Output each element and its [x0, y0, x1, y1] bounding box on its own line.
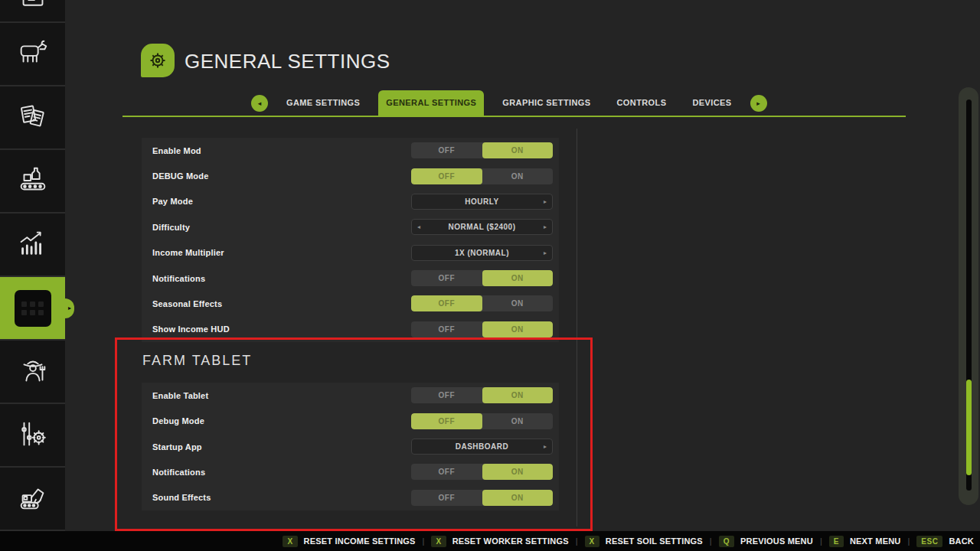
hotkey-reset-soil-settings[interactable]: XRESET SOIL SETTINGS	[585, 536, 703, 547]
toggle-off-option[interactable]: OFF	[411, 464, 482, 480]
tab-general-settings[interactable]: GENERAL SETTINGS	[378, 90, 484, 116]
show-income-hud-toggle[interactable]: OFFON	[411, 321, 553, 337]
toggle-off-option[interactable]: OFF	[411, 321, 482, 337]
setting-label: Enable Mod	[152, 146, 201, 155]
tab-bar: ◂GAME SETTINGSGENERAL SETTINGSGRAPHIC SE…	[251, 90, 767, 116]
sidebar-item-screen[interactable]	[0, 0, 65, 23]
setting-row: Enable ModOFFON	[142, 138, 559, 163]
sidebar-item-cow[interactable]	[0, 23, 65, 86]
setting-label: Show Income HUD	[152, 324, 230, 334]
setting-row: NotificationsOFFON	[142, 266, 559, 291]
sidebar: ▸	[0, 0, 65, 531]
setting-label: Income Multiplier	[152, 248, 224, 257]
setting-row: Startup AppDASHBOARD▸	[142, 434, 559, 459]
setting-label: Startup App	[152, 442, 202, 452]
chevron-right-icon[interactable]: ▸	[544, 220, 547, 234]
setting-label: Difficulty	[152, 223, 190, 232]
setting-row: Sound EffectsOFFON	[142, 485, 559, 510]
sidebar-item-farmer[interactable]	[0, 341, 65, 404]
setting-row: Pay ModeHOURLY▸	[142, 189, 559, 214]
divider: |	[820, 536, 822, 546]
sidebar-item-statistics[interactable]	[0, 214, 65, 277]
toggle-off-option[interactable]: OFF	[411, 413, 482, 429]
tabs-prev-button[interactable]: ◂	[251, 95, 268, 112]
enable-mod-toggle[interactable]: OFFON	[411, 142, 553, 158]
chevron-left-icon[interactable]: ◂	[417, 220, 420, 234]
tab-controls[interactable]: CONTROLS	[609, 90, 675, 116]
footer-hotkey-bar: XRESET INCOME SETTINGS|XRESET WORKER SET…	[0, 531, 980, 551]
toggle-on-option[interactable]: ON	[482, 490, 554, 506]
content-scrollbar-track[interactable]	[577, 129, 577, 527]
hotkey-label: RESET SOIL SETTINGS	[606, 536, 703, 546]
keycap-x: X	[431, 536, 446, 547]
tablet-app-icon	[15, 290, 51, 327]
setting-label: Sound Effects	[152, 493, 211, 502]
toggle-off-option[interactable]: OFF	[411, 387, 482, 403]
statistics-icon	[15, 226, 51, 264]
setting-label: Seasonal Effects	[152, 299, 222, 308]
sound-effects-toggle[interactable]: OFFON	[411, 490, 553, 506]
toggle-on-option[interactable]: ON	[482, 270, 554, 286]
income-multiplier-select[interactable]: 1X (NORMAL)▸	[411, 245, 553, 261]
sidebar-item-documents[interactable]	[0, 86, 65, 150]
setting-label: Notifications	[152, 468, 205, 477]
tab-game-settings[interactable]: GAME SETTINGS	[279, 90, 368, 116]
scrollbar-thumb[interactable]	[966, 380, 972, 475]
toggle-off-option[interactable]: OFF	[411, 168, 482, 184]
farmer-icon	[15, 353, 51, 391]
chevron-right-icon[interactable]: ▸	[544, 194, 547, 209]
toggle-on-option[interactable]: ON	[482, 168, 554, 184]
farm-tablet-panel: Enable TabletOFFONDebug ModeOFFONStartup…	[142, 383, 559, 510]
toggle-on-option[interactable]: ON	[482, 413, 554, 429]
hotkey-next-menu[interactable]: ENEXT MENU	[829, 536, 901, 547]
sidebar-item-production[interactable]	[0, 150, 65, 214]
startup-app-select[interactable]: DASHBOARD▸	[411, 439, 553, 455]
toggle-off-option[interactable]: OFF	[411, 270, 482, 286]
general-settings-screen: ▸ GENERAL SETTINGS ◂GAME SETTINGSGENERAL…	[0, 0, 980, 551]
difficulty-select[interactable]: ◂NORMAL ($2400)▸	[411, 219, 553, 235]
pay-mode-select[interactable]: HOURLY▸	[411, 194, 553, 210]
hotkey-back[interactable]: ESCBACK	[916, 536, 974, 547]
seasonal-effects-toggle[interactable]: OFFON	[411, 295, 553, 311]
cow-icon	[15, 35, 51, 73]
sidebar-item-excavator[interactable]	[0, 468, 65, 531]
toggle-on-option[interactable]: ON	[482, 142, 554, 158]
toggle-off-option[interactable]: OFF	[411, 142, 482, 158]
toggle-on-option[interactable]: ON	[482, 387, 554, 403]
setting-row: Difficulty◂NORMAL ($2400)▸	[142, 214, 559, 240]
setting-row: DEBUG ModeOFFON	[142, 163, 559, 188]
setting-label: Pay Mode	[152, 197, 193, 206]
debug-mode-toggle[interactable]: OFFON	[411, 413, 553, 429]
tabs-next-button[interactable]: ▸	[750, 95, 767, 112]
toggle-on-option[interactable]: ON	[482, 464, 554, 480]
toggle-on-option[interactable]: ON	[482, 321, 554, 337]
page-icon-badge	[141, 44, 175, 77]
hotkey-reset-worker-settings[interactable]: XRESET WORKER SETTINGS	[431, 536, 568, 547]
sidebar-item-tuning[interactable]	[0, 404, 65, 468]
chevron-right-icon[interactable]: ▸	[544, 439, 547, 454]
toggle-off-option[interactable]: OFF	[411, 490, 482, 506]
hotkey-label: RESET WORKER SETTINGS	[452, 536, 569, 546]
active-item-pointer: ▸	[65, 298, 74, 318]
toggle-on-option[interactable]: ON	[482, 295, 554, 311]
divider: |	[576, 536, 578, 546]
notifications-toggle[interactable]: OFFON	[411, 270, 553, 286]
select-value: HOURLY	[465, 197, 498, 206]
hotkey-reset-income-settings[interactable]: XRESET INCOME SETTINGS	[283, 536, 415, 547]
debug-mode-toggle[interactable]: OFFON	[411, 168, 553, 184]
chevron-right-icon[interactable]: ▸	[544, 246, 547, 260]
setting-row: Show Income HUDOFFON	[142, 317, 559, 342]
notifications-toggle[interactable]: OFFON	[411, 464, 553, 480]
divider: |	[908, 536, 910, 546]
hotkey-previous-menu[interactable]: QPREVIOUS MENU	[719, 536, 813, 547]
enable-tablet-toggle[interactable]: OFFON	[411, 387, 553, 403]
hotkey-label: RESET INCOME SETTINGS	[304, 536, 416, 546]
gear-icon	[146, 49, 169, 72]
toggle-off-option[interactable]: OFF	[411, 295, 482, 311]
keycap-e: E	[829, 536, 844, 547]
divider: |	[710, 536, 712, 546]
tab-devices[interactable]: DEVICES	[684, 90, 739, 116]
hotkey-label: BACK	[949, 536, 974, 546]
tab-graphic-settings[interactable]: GRAPHIC SETTINGS	[495, 90, 598, 116]
sidebar-item-tablet-app[interactable]: ▸	[0, 277, 65, 341]
